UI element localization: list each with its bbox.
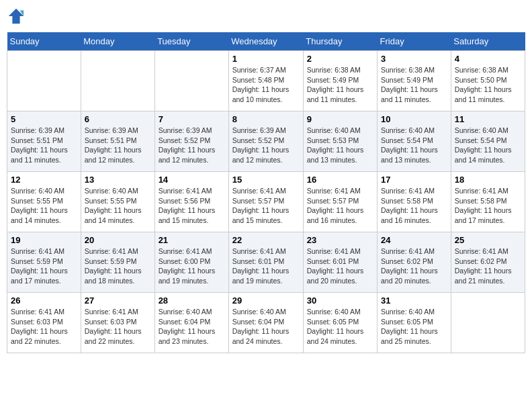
day-info: Sunset: 5:49 PM xyxy=(381,75,447,85)
day-info: Sunset: 5:56 PM xyxy=(159,196,225,206)
calendar-cell: 7Sunrise: 6:39 AMSunset: 5:52 PMDaylight… xyxy=(154,111,228,172)
calendar-cell: 12Sunrise: 6:40 AMSunset: 5:55 PMDayligh… xyxy=(7,172,81,232)
calendar-cell: 14Sunrise: 6:41 AMSunset: 5:56 PMDayligh… xyxy=(154,172,228,232)
day-number: 22 xyxy=(232,235,300,245)
weekday-header: Saturday xyxy=(451,32,525,51)
weekday-header: Sunday xyxy=(7,32,81,51)
day-info: Sunset: 5:57 PM xyxy=(232,196,300,206)
calendar-cell: 2Sunrise: 6:38 AMSunset: 5:49 PMDaylight… xyxy=(303,51,377,111)
day-number: 7 xyxy=(159,114,225,124)
day-info: Daylight: 11 hours and 20 minutes. xyxy=(381,266,447,285)
day-number: 28 xyxy=(159,295,225,306)
day-info: Daylight: 11 hours and 17 minutes. xyxy=(455,205,521,225)
day-number: 1 xyxy=(232,54,300,64)
day-info: Daylight: 11 hours and 11 minutes. xyxy=(381,85,447,104)
calendar-cell: 4Sunrise: 6:38 AMSunset: 5:50 PMDaylight… xyxy=(451,51,525,111)
day-info: Sunrise: 6:41 AM xyxy=(381,186,447,196)
calendar-cell: 17Sunrise: 6:41 AMSunset: 5:58 PMDayligh… xyxy=(378,172,451,232)
day-info: Daylight: 11 hours and 12 minutes. xyxy=(85,145,151,165)
calendar-cell: 13Sunrise: 6:40 AMSunset: 5:55 PMDayligh… xyxy=(81,172,154,232)
calendar-cell: 8Sunrise: 6:39 AMSunset: 5:52 PMDaylight… xyxy=(228,111,303,172)
day-info: Sunset: 6:05 PM xyxy=(307,317,373,327)
day-info: Sunrise: 6:38 AM xyxy=(307,65,373,75)
calendar-cell: 21Sunrise: 6:41 AMSunset: 6:00 PMDayligh… xyxy=(154,232,228,293)
day-info: Sunset: 5:48 PM xyxy=(232,75,300,85)
day-info: Daylight: 11 hours and 11 minutes. xyxy=(11,145,77,165)
day-info: Sunset: 6:01 PM xyxy=(307,257,373,267)
day-info: Sunrise: 6:40 AM xyxy=(455,126,521,136)
day-info: Daylight: 11 hours and 13 minutes. xyxy=(381,145,447,165)
day-info: Sunset: 5:54 PM xyxy=(381,136,447,146)
day-info: Daylight: 11 hours and 14 minutes. xyxy=(85,205,151,225)
day-info: Daylight: 11 hours and 21 minutes. xyxy=(455,266,521,285)
day-info: Sunset: 5:54 PM xyxy=(455,136,521,146)
day-info: Sunrise: 6:41 AM xyxy=(159,246,225,257)
calendar-cell: 19Sunrise: 6:41 AMSunset: 5:59 PMDayligh… xyxy=(7,232,81,293)
day-number: 3 xyxy=(381,54,447,64)
day-info: Sunrise: 6:41 AM xyxy=(232,246,300,257)
day-info: Daylight: 11 hours and 25 minutes. xyxy=(381,326,447,346)
weekday-header: Friday xyxy=(378,32,451,51)
day-info: Sunrise: 6:41 AM xyxy=(307,186,373,196)
day-number: 31 xyxy=(381,295,447,306)
day-number: 13 xyxy=(85,175,151,185)
calendar-cell: 3Sunrise: 6:38 AMSunset: 5:49 PMDaylight… xyxy=(378,51,451,111)
day-info: Sunset: 6:03 PM xyxy=(85,317,151,327)
calendar-cell: 6Sunrise: 6:39 AMSunset: 5:51 PMDaylight… xyxy=(81,111,154,172)
day-info: Sunset: 6:00 PM xyxy=(159,257,225,267)
day-info: Daylight: 11 hours and 20 minutes. xyxy=(307,266,373,285)
day-info: Sunrise: 6:38 AM xyxy=(455,65,521,75)
calendar-table: SundayMondayTuesdayWednesdayThursdayFrid… xyxy=(7,32,525,353)
day-number: 12 xyxy=(11,175,77,185)
day-number: 24 xyxy=(381,235,447,245)
calendar-cell: 23Sunrise: 6:41 AMSunset: 6:01 PMDayligh… xyxy=(303,232,377,293)
day-info: Daylight: 11 hours and 15 minutes. xyxy=(159,205,225,225)
calendar-cell: 24Sunrise: 6:41 AMSunset: 6:02 PMDayligh… xyxy=(378,232,451,293)
day-number: 21 xyxy=(159,235,225,245)
day-info: Sunrise: 6:41 AM xyxy=(85,246,151,257)
weekday-header: Wednesday xyxy=(228,32,303,51)
day-info: Daylight: 11 hours and 24 minutes. xyxy=(307,326,373,346)
day-info: Sunset: 5:51 PM xyxy=(85,136,151,146)
day-number: 10 xyxy=(381,114,447,124)
day-info: Sunrise: 6:40 AM xyxy=(381,307,447,317)
day-number: 11 xyxy=(455,114,521,124)
day-number: 25 xyxy=(455,235,521,245)
day-number: 6 xyxy=(85,114,151,124)
calendar-week-row: 19Sunrise: 6:41 AMSunset: 5:59 PMDayligh… xyxy=(7,232,525,293)
calendar-cell xyxy=(154,51,228,111)
page-header xyxy=(7,7,525,26)
day-info: Sunrise: 6:39 AM xyxy=(159,126,225,136)
day-info: Daylight: 11 hours and 11 minutes. xyxy=(455,85,521,104)
calendar-cell xyxy=(81,51,154,111)
day-info: Sunset: 6:02 PM xyxy=(381,257,447,267)
day-info: Sunrise: 6:39 AM xyxy=(232,126,300,136)
day-info: Sunrise: 6:41 AM xyxy=(159,186,225,196)
day-number: 8 xyxy=(232,114,300,124)
calendar-cell: 9Sunrise: 6:40 AMSunset: 5:53 PMDaylight… xyxy=(303,111,377,172)
day-info: Daylight: 11 hours and 12 minutes. xyxy=(159,145,225,165)
day-number: 14 xyxy=(159,175,225,185)
day-info: Daylight: 11 hours and 24 minutes. xyxy=(232,326,300,346)
day-info: Sunrise: 6:41 AM xyxy=(232,186,300,196)
day-info: Sunrise: 6:39 AM xyxy=(11,126,77,136)
weekday-header: Thursday xyxy=(303,32,377,51)
day-number: 30 xyxy=(307,295,373,306)
day-number: 17 xyxy=(381,175,447,185)
day-info: Daylight: 11 hours and 23 minutes. xyxy=(159,326,225,346)
calendar-cell: 15Sunrise: 6:41 AMSunset: 5:57 PMDayligh… xyxy=(228,172,303,232)
day-info: Sunset: 5:52 PM xyxy=(159,136,225,146)
day-info: Sunset: 5:57 PM xyxy=(307,196,373,206)
day-number: 4 xyxy=(455,54,521,64)
day-info: Sunset: 5:59 PM xyxy=(11,257,77,267)
day-number: 16 xyxy=(307,175,373,185)
day-info: Sunrise: 6:40 AM xyxy=(85,186,151,196)
calendar-cell: 18Sunrise: 6:41 AMSunset: 5:58 PMDayligh… xyxy=(451,172,525,232)
calendar-week-row: 1Sunrise: 6:37 AMSunset: 5:48 PMDaylight… xyxy=(7,51,525,111)
day-number: 5 xyxy=(11,114,77,124)
day-info: Daylight: 11 hours and 22 minutes. xyxy=(11,326,77,346)
calendar-cell: 22Sunrise: 6:41 AMSunset: 6:01 PMDayligh… xyxy=(228,232,303,293)
day-number: 9 xyxy=(307,114,373,124)
logo xyxy=(7,7,28,26)
day-info: Sunrise: 6:41 AM xyxy=(85,307,151,317)
